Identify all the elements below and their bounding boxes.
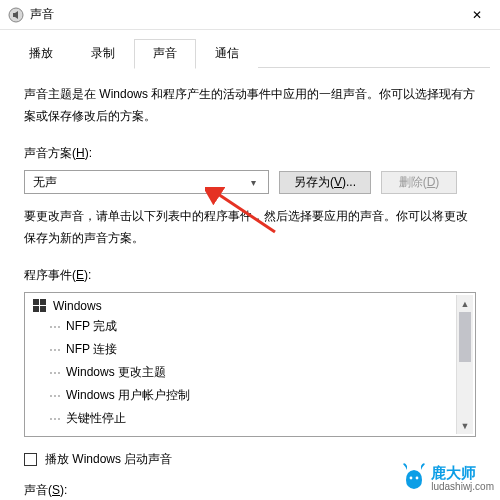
tab-bar: 播放 录制 声音 通信 xyxy=(0,30,500,68)
intro-text: 声音主题是在 Windows 和程序产生的活动事件中应用的一组声音。你可以选择现… xyxy=(24,84,476,127)
events-label: 程序事件(E): xyxy=(24,267,476,284)
delete-button: 删除(D) xyxy=(381,171,457,194)
list-item[interactable]: ⋯NFP 完成 xyxy=(31,315,456,338)
tab-recording[interactable]: 录制 xyxy=(72,39,134,69)
scrollbar-track[interactable] xyxy=(457,312,473,417)
scheme-label: 声音方案(H): xyxy=(24,145,476,162)
window-title: 声音 xyxy=(30,6,54,23)
tree-connector-icon: ⋯ xyxy=(49,389,60,403)
save-as-button[interactable]: 另存为(V)... xyxy=(279,171,371,194)
tab-playback[interactable]: 播放 xyxy=(10,39,72,69)
list-item[interactable]: ⋯NFP 连接 xyxy=(31,338,456,361)
window-controls: ✕ xyxy=(454,0,500,30)
events-description: 要更改声音，请单击以下列表中的程序事件，然后选择要应用的声音。你可以将更改保存为… xyxy=(24,206,476,249)
titlebar: 声音 ✕ xyxy=(0,0,500,30)
scroll-down-icon[interactable]: ▼ xyxy=(457,417,473,434)
list-item[interactable]: ⋯关键性停止 xyxy=(31,407,456,430)
scrollbar[interactable]: ▲ ▼ xyxy=(456,295,473,434)
tree-root-windows[interactable]: Windows xyxy=(31,297,456,315)
scrollbar-thumb[interactable] xyxy=(459,312,471,362)
sound-icon xyxy=(8,7,24,23)
list-item[interactable]: ⋯Windows 用户帐户控制 xyxy=(31,384,456,407)
tab-sounds[interactable]: 声音 xyxy=(134,39,196,69)
svg-point-3 xyxy=(416,477,419,480)
windows-icon xyxy=(33,299,47,313)
events-tree: Windows ⋯NFP 完成 ⋯NFP 连接 ⋯Windows 更改主题 ⋯W… xyxy=(27,295,456,434)
scheme-dropdown[interactable]: 无声 ▾ xyxy=(24,170,269,194)
scheme-value: 无声 xyxy=(33,174,244,191)
deer-icon xyxy=(401,462,427,492)
tab-content: 声音主题是在 Windows 和程序产生的活动事件中应用的一组声音。你可以选择现… xyxy=(0,68,500,500)
svg-point-2 xyxy=(410,477,413,480)
scroll-up-icon[interactable]: ▲ xyxy=(457,295,473,312)
watermark-url: ludashiwj.com xyxy=(431,481,494,492)
tree-connector-icon: ⋯ xyxy=(49,412,60,426)
tree-connector-icon: ⋯ xyxy=(49,343,60,357)
tree-connector-icon: ⋯ xyxy=(49,366,60,380)
close-icon: ✕ xyxy=(472,8,482,22)
list-item[interactable]: ⋯Windows 更改主题 xyxy=(31,361,456,384)
startup-sound-checkbox[interactable] xyxy=(24,453,37,466)
close-button[interactable]: ✕ xyxy=(454,0,500,30)
chevron-down-icon: ▾ xyxy=(244,177,262,188)
watermark: 鹿大师 ludashiwj.com xyxy=(401,462,494,492)
tab-communications[interactable]: 通信 xyxy=(196,39,258,69)
tree-connector-icon: ⋯ xyxy=(49,320,60,334)
events-listbox[interactable]: Windows ⋯NFP 完成 ⋯NFP 连接 ⋯Windows 更改主题 ⋯W… xyxy=(24,292,476,437)
scheme-row: 无声 ▾ 另存为(V)... 删除(D) xyxy=(24,170,476,194)
startup-sound-label: 播放 Windows 启动声音 xyxy=(45,451,172,468)
